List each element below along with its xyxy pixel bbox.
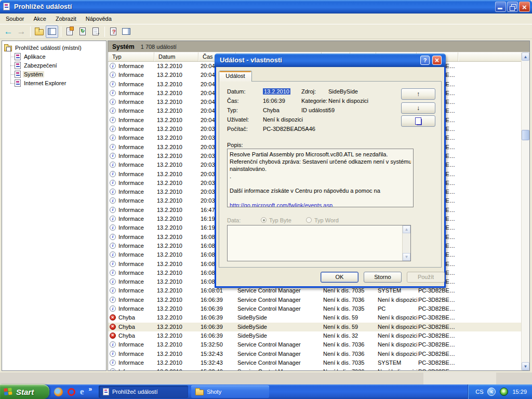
sidebar-item-root[interactable]: Prohlížeč událostí (místní)	[4, 44, 83, 52]
cell: PC-3D82BE…	[418, 368, 460, 370]
apply-button[interactable]: Použít	[407, 272, 445, 283]
info-icon: i	[110, 251, 116, 258]
properties-button[interactable]	[63, 25, 76, 38]
up-one-level-button[interactable]	[33, 25, 45, 38]
table-row[interactable]: iInformace13.2.201015:32:40Service Contr…	[108, 367, 521, 370]
info-icon: i	[110, 117, 116, 123]
menu-item-akce[interactable]: Akce	[29, 15, 50, 23]
dialog-help-button[interactable]	[420, 56, 430, 65]
internet-explorer-icon[interactable]: e	[80, 387, 84, 396]
radio-typ-word-label: Typ Word	[314, 217, 339, 223]
export-list-button[interactable]	[89, 25, 102, 38]
description-line: Další informace získáte v Centru pro náp…	[230, 187, 411, 194]
cell: 15:32:50	[201, 341, 236, 348]
copy-event-button[interactable]	[401, 115, 435, 127]
refresh-button[interactable]	[76, 25, 89, 38]
window-titlebar[interactable]: Prohlížeč událostí	[0, 0, 532, 14]
field-value-datum: 13.2.2010	[263, 88, 290, 95]
events-link[interactable]: http://go.microsoft.com/fwlink/events.as…	[230, 202, 332, 207]
help-button[interactable]	[107, 25, 119, 38]
table-row[interactable]: ×Chyba13.2.201016:06:39SideBySideNení k …	[108, 313, 521, 322]
next-event-button[interactable]: ↓	[401, 102, 435, 114]
previous-event-button[interactable]: ↑	[401, 88, 435, 100]
antivirus-icon[interactable]	[500, 388, 508, 396]
table-row[interactable]: iInformace13.2.201016:06:39Service Contr…	[108, 304, 521, 313]
cell: Informace	[118, 90, 157, 96]
forward-button[interactable]	[15, 25, 28, 38]
table-row[interactable]: iInformace13.2.201015:32:43Service Contr…	[108, 350, 521, 358]
cell: Informace	[118, 287, 157, 294]
table-row[interactable]: iInformace13.2.201015:32:50Service Contr…	[108, 340, 521, 349]
restore-button[interactable]	[507, 2, 518, 12]
detail-pane-icon	[122, 28, 130, 35]
ok-button[interactable]: OK	[321, 272, 358, 283]
data-textarea[interactable]	[227, 225, 411, 261]
scrollbar-thumb[interactable]	[522, 130, 529, 140]
show-hide-pane-button[interactable]	[120, 25, 132, 38]
close-button[interactable]	[519, 2, 530, 12]
cell: 16:06:39	[201, 332, 236, 339]
radio-typ-byte[interactable]	[261, 217, 267, 223]
desktop-patch	[423, 372, 496, 384]
minimize-button[interactable]	[495, 2, 506, 12]
menu-item-zobrazit[interactable]: Zobrazit	[51, 15, 81, 23]
cell: 7036	[352, 297, 377, 303]
cell: SideBySide	[237, 332, 322, 339]
opera-icon[interactable]	[68, 388, 75, 396]
cell: 32	[352, 332, 377, 339]
column-header-2[interactable]: Datum	[154, 52, 198, 61]
radio-typ-word[interactable]	[306, 217, 312, 223]
field-value-zdroj: SideBySide	[328, 88, 358, 95]
table-row[interactable]: ×Chyba13.2.201016:06:39SideBySideNení k …	[108, 331, 521, 340]
cell: 16:06:39	[201, 305, 236, 312]
data-scrollbar[interactable]	[402, 225, 410, 261]
cell: Není k dispozici	[378, 324, 417, 330]
cell: Informace	[118, 297, 157, 303]
tab-udalost[interactable]: Událost	[219, 71, 252, 82]
table-row[interactable]: iInformace13.2.201015:32:43Service Contr…	[108, 358, 521, 367]
table-row[interactable]: iInformace13.2.201016:08:01Service Contr…	[108, 286, 521, 295]
scroll-up-icon[interactable]	[403, 225, 410, 233]
language-indicator[interactable]: CS	[475, 389, 483, 395]
menu-item-soubor[interactable]: Soubor	[1, 15, 29, 23]
info-icon: i	[110, 153, 116, 159]
console-tree: Prohlížeč událostí (místní) AplikaceZabe…	[2, 41, 107, 371]
back-button[interactable]	[2, 25, 15, 38]
menu-item-nápověda[interactable]: Nápověda	[81, 15, 116, 23]
taskbar-task-shoty[interactable]: Shoty	[191, 385, 269, 398]
sidebar-item-systém[interactable]: Systém	[15, 70, 44, 78]
sidebar-item-zabezpečení[interactable]: Zabezpečení	[15, 61, 58, 70]
column-header-1[interactable]: Typ	[108, 52, 154, 61]
dialog-close-button[interactable]	[432, 56, 442, 65]
cell: Informace	[118, 189, 157, 195]
hide-icons-chevron-icon[interactable]	[487, 388, 496, 396]
table-row[interactable]: ×Chyba13.2.201016:06:39SideBySideNení k …	[108, 323, 521, 331]
show-hide-tree-button[interactable]	[46, 25, 58, 38]
result-pane-header: Systém 1 708 událostí	[108, 41, 529, 52]
cell: 13.2.2010	[157, 368, 198, 370]
sidebar-item-aplikace[interactable]: Aplikace	[15, 52, 47, 61]
dialog-titlebar[interactable]: Událost - vlastnosti	[215, 54, 446, 67]
cell: Informace	[118, 197, 157, 204]
start-button[interactable]: Start	[0, 384, 49, 399]
cell: 7036	[352, 368, 377, 370]
sidebar-item-label: Prohlížeč událostí (místní)	[14, 45, 83, 51]
system-tray: CS 15:29	[468, 384, 532, 399]
cell: Informace	[118, 251, 157, 258]
firefox-icon[interactable]	[54, 388, 63, 396]
scroll-up-icon[interactable]	[522, 52, 529, 61]
scroll-down-icon[interactable]	[522, 362, 529, 370]
table-row[interactable]: iInformace13.2.201016:06:39Service Contr…	[108, 296, 521, 304]
overflow-chevron-icon[interactable]: »	[89, 385, 92, 393]
data-label: Data:	[227, 217, 241, 223]
vertical-scrollbar[interactable]	[521, 52, 529, 370]
cell: Není k dispozici	[378, 332, 417, 339]
cell: 13.2.2010	[157, 189, 198, 195]
cell: 13.2.2010	[157, 234, 198, 240]
cancel-button[interactable]: Storno	[364, 272, 402, 283]
sidebar-item-internet-explorer[interactable]: Internet Explorer	[15, 79, 67, 87]
taskbar-task-event-viewer[interactable]: Prohlížeč událostí	[99, 385, 188, 398]
scroll-down-icon[interactable]	[403, 253, 410, 261]
description-box[interactable]: Resolve Partial Assembly pro Microsoft.v…	[227, 149, 414, 207]
clock[interactable]: 15:29	[512, 389, 527, 395]
